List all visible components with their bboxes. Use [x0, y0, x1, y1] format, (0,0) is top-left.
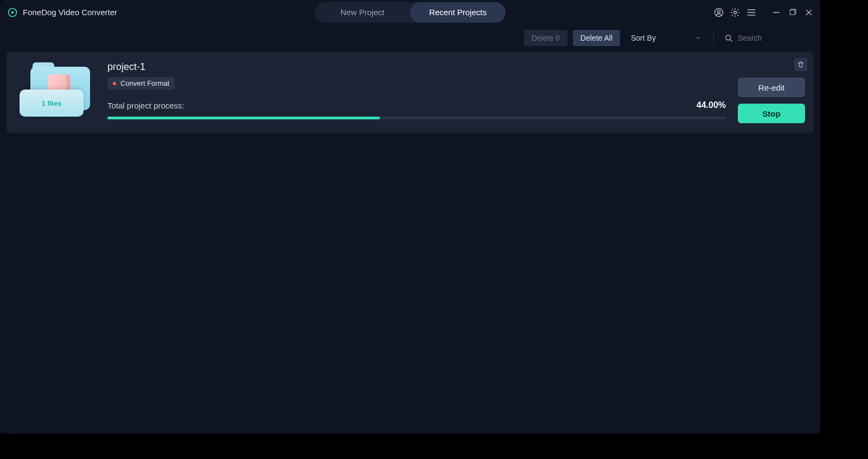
maximize-icon[interactable]: [787, 7, 799, 18]
svg-point-3: [734, 11, 737, 14]
toolbar: Delete 0 Delete All Sort By: [0, 24, 820, 52]
project-title: project-1: [107, 61, 726, 73]
brand: FoneDog Video Converter: [3, 7, 117, 18]
menu-icon[interactable]: [745, 7, 757, 18]
search-field[interactable]: [720, 30, 814, 46]
chevron-down-icon: [695, 35, 701, 41]
svg-point-5: [726, 35, 731, 40]
app-title: FoneDog Video Converter: [23, 8, 117, 17]
project-files-badge: 1 files: [20, 90, 84, 117]
project-main: project-1 Convert Format Total project p…: [107, 60, 726, 119]
progress-bar: [107, 117, 726, 119]
delete-selected-button[interactable]: Delete 0: [524, 30, 567, 46]
projects-list: 1 files project-1 Convert Format Total p…: [0, 52, 820, 133]
progress-bar-fill: [107, 117, 380, 119]
gear-icon[interactable]: [729, 7, 741, 18]
titlebar-right: [713, 7, 815, 18]
titlebar: FoneDog Video Converter New Project Rece…: [0, 0, 820, 24]
progress-percent: 44.00%: [697, 100, 726, 110]
progress-label: Total project process:: [107, 101, 184, 110]
project-type-chip: Convert Format: [107, 77, 175, 90]
progress-row: Total project process: 44.00%: [107, 100, 726, 110]
svg-point-2: [718, 10, 720, 12]
account-icon[interactable]: [713, 7, 725, 18]
tab-recent-projects[interactable]: Recent Projects: [410, 2, 506, 23]
project-type-label: Convert Format: [120, 79, 169, 87]
stop-button[interactable]: Stop: [738, 104, 805, 123]
sort-by-label: Sort By: [631, 34, 656, 42]
project-thumbnail: 1 files: [20, 61, 95, 116]
minimize-icon[interactable]: [770, 7, 782, 18]
project-actions: Re-edit Stop: [738, 78, 805, 123]
close-icon[interactable]: [803, 7, 815, 18]
search-input[interactable]: [737, 33, 799, 43]
delete-all-button[interactable]: Delete All: [573, 30, 620, 46]
project-card: 1 files project-1 Convert Format Total p…: [7, 52, 814, 133]
project-tabs: New Project Recent Projects: [315, 2, 506, 23]
status-dot-icon: [113, 82, 116, 85]
tab-new-project[interactable]: New Project: [315, 2, 410, 23]
sort-by-dropdown[interactable]: Sort By: [626, 30, 707, 46]
svg-rect-4: [790, 10, 795, 15]
delete-project-button[interactable]: [794, 58, 807, 71]
re-edit-button[interactable]: Re-edit: [738, 78, 805, 97]
app-logo-icon: [7, 7, 18, 18]
search-icon: [724, 33, 733, 43]
toolbar-divider: [713, 32, 714, 44]
